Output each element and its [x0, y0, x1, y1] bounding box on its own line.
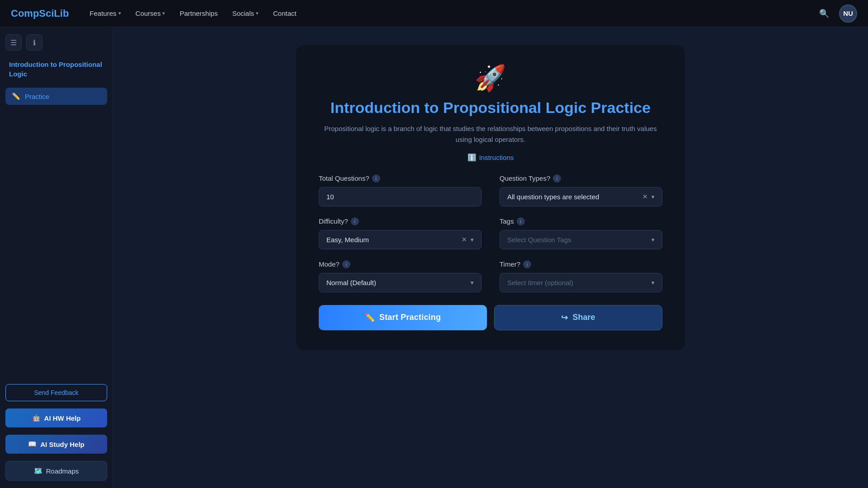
chevron-down-icon: ▾	[162, 10, 165, 16]
book-icon: 📖	[28, 440, 37, 448]
rocket-icon: 🚀	[319, 63, 662, 93]
sidebar-menu-icon[interactable]: ☰	[5, 34, 22, 51]
nav-right: 🔍 NU	[816, 5, 857, 23]
nav-items: Features ▾ Courses ▾ Partnerships Social…	[83, 6, 802, 21]
question-types-info-icon[interactable]: i	[553, 174, 561, 183]
page-title: Introduction to Propositional Logic Prac…	[319, 99, 662, 117]
nav-features[interactable]: Features ▾	[83, 6, 127, 21]
avatar[interactable]: NU	[839, 5, 857, 23]
tags-field: Tags i Select Question Tags ▾	[500, 217, 662, 249]
question-types-select[interactable]: All question types are selected ✕ ▾	[500, 187, 662, 206]
pencil-icon: ✏️	[365, 313, 375, 323]
top-navigation: CompSciLib Features ▾ Courses ▾ Partners…	[0, 0, 868, 27]
sidebar-info-icon[interactable]: ℹ	[26, 34, 42, 51]
difficulty-field: Difficulty? i Easy, Medium ✕ ▾	[319, 217, 481, 249]
logo[interactable]: CompSciLib	[11, 8, 69, 19]
clear-difficulty-icon[interactable]: ✕	[462, 236, 467, 243]
ai-hw-help-button[interactable]: 🤖 AI HW Help	[5, 408, 107, 427]
ai-study-help-button[interactable]: 📖 AI Study Help	[5, 435, 107, 454]
tags-select[interactable]: Select Question Tags ▾	[500, 230, 662, 249]
chevron-down-icon: ▾	[651, 279, 655, 286]
main-layout: ☰ ℹ Introduction to Propositional Logic …	[0, 27, 868, 488]
chevron-down-icon: ▾	[471, 279, 474, 286]
nav-courses[interactable]: Courses ▾	[129, 6, 172, 21]
mode-label: Mode? i	[319, 260, 481, 268]
robot-icon: 🤖	[32, 414, 41, 422]
total-questions-info-icon[interactable]: i	[372, 174, 380, 183]
search-icon[interactable]: 🔍	[816, 6, 832, 21]
chevron-down-icon: ▾	[651, 193, 655, 200]
sidebar-top-icons: ☰ ℹ	[5, 34, 107, 51]
start-practicing-button[interactable]: ✏️ Start Practicing	[319, 305, 487, 330]
total-questions-input[interactable]	[319, 187, 481, 206]
difficulty-select[interactable]: Easy, Medium ✕ ▾	[319, 230, 481, 249]
share-icon: ↪	[561, 313, 568, 323]
info-circle-icon: ℹ️	[467, 153, 476, 162]
chevron-down-icon: ▾	[256, 10, 259, 16]
nav-socials[interactable]: Socials ▾	[226, 6, 265, 21]
action-buttons: ✏️ Start Practicing ↪ Share	[319, 305, 662, 330]
mode-select[interactable]: Normal (Default) ▾	[319, 273, 481, 292]
difficulty-label: Difficulty? i	[319, 217, 481, 225]
sidebar: ☰ ℹ Introduction to Propositional Logic …	[0, 27, 113, 488]
instructions-link[interactable]: ℹ️ Instructions	[319, 153, 662, 162]
send-feedback-button[interactable]: Send Feedback	[5, 384, 107, 401]
timer-label: Timer? i	[500, 260, 662, 268]
main-content: 🚀 Introduction to Propositional Logic Pr…	[113, 27, 868, 488]
map-icon: 🗺️	[34, 467, 42, 475]
logo-suffix: Lib	[54, 8, 69, 19]
clear-question-types-icon[interactable]: ✕	[642, 193, 648, 200]
question-types-label: Question Types? i	[500, 174, 662, 183]
total-questions-label: Total Questions? i	[319, 174, 481, 183]
nav-partnerships[interactable]: Partnerships	[173, 6, 224, 21]
share-button[interactable]: ↪ Share	[494, 305, 662, 330]
chevron-down-icon: ▾	[118, 10, 121, 16]
tags-info-icon[interactable]: i	[517, 217, 525, 225]
timer-info-icon[interactable]: i	[523, 260, 531, 268]
timer-select[interactable]: Select timer (optional) ▾	[500, 273, 662, 292]
chevron-down-icon: ▾	[471, 236, 474, 243]
difficulty-info-icon[interactable]: i	[351, 217, 359, 225]
logo-prefix: CompSci	[11, 8, 54, 19]
mode-field: Mode? i Normal (Default) ▾	[319, 260, 481, 292]
tags-label: Tags i	[500, 217, 662, 225]
question-types-field: Question Types? i All question types are…	[500, 174, 662, 206]
total-questions-field: Total Questions? i	[319, 174, 481, 206]
practice-card: 🚀 Introduction to Propositional Logic Pr…	[296, 45, 685, 350]
roadmaps-button[interactable]: 🗺️ Roadmaps	[5, 461, 107, 481]
page-description: Propositional logic is a branch of logic…	[319, 123, 662, 145]
practice-form: Total Questions? i Question Types? i All…	[319, 174, 662, 292]
sidebar-item-practice[interactable]: ✏️ Practice	[5, 88, 107, 105]
sidebar-course-title: Introduction to Propositional Logic	[5, 58, 107, 84]
nav-contact[interactable]: Contact	[267, 6, 303, 21]
mode-info-icon[interactable]: i	[342, 260, 350, 268]
pencil-icon: ✏️	[12, 92, 20, 100]
chevron-down-icon: ▾	[651, 236, 655, 243]
timer-field: Timer? i Select timer (optional) ▾	[500, 260, 662, 292]
